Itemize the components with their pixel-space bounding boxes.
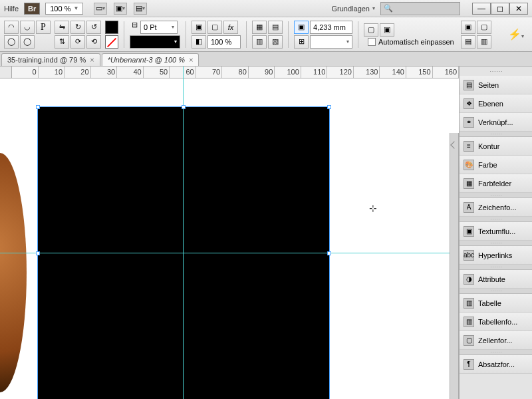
rotate-cw2-icon[interactable]: ⟳: [70, 35, 85, 49]
chevron-left-icon: [450, 141, 458, 148]
panel-item-ebenen[interactable]: ❖Ebenen: [460, 94, 532, 113]
background-object: [0, 153, 27, 392]
arc-tool2-icon[interactable]: ◡: [20, 21, 35, 34]
document-tab[interactable]: 35-training.indd @ 79 %×: [1, 53, 100, 66]
panel-group-divider: ⋯⋯: [460, 289, 532, 294]
select-content-icon[interactable]: ▢: [477, 21, 491, 34]
vertical-guide[interactable]: [183, 66, 184, 399]
fill-frame-icon[interactable]: ▢: [364, 23, 378, 37]
control-toolbar: ◠ ◡ P ◯ ◯ ⇋ ↻ ↺ ⇅ ⟳ ⟲ ⊟ 0 Pt▾ ▾: [0, 17, 532, 52]
tab-label: 35-training.indd @ 79 %: [7, 56, 86, 64]
frame-size-field[interactable]: 4,233 mm: [310, 21, 352, 34]
panel-item-zellenfor[interactable]: ▢Zellenfor...: [460, 331, 532, 350]
frame-offset-field[interactable]: ▾: [310, 35, 352, 49]
flip-v-icon[interactable]: ⇅: [55, 35, 69, 49]
wrap-none-icon[interactable]: ▦: [252, 21, 267, 34]
panel-label: Absatzfor...: [478, 360, 515, 368]
maximize-button[interactable]: ◻: [491, 3, 509, 15]
panel-item-attribute[interactable]: ◑Attribute: [460, 270, 532, 289]
screen-mode-icon[interactable]: ▣▾: [114, 3, 127, 15]
horizontal-ruler[interactable]: 0102030405060708090100110120130140150160: [0, 66, 459, 78]
horizontal-guide[interactable]: [0, 253, 459, 253]
close-tab-icon[interactable]: ×: [90, 56, 94, 64]
wrap-shape-icon[interactable]: ▥: [252, 35, 267, 49]
panel-item-farbfelder[interactable]: ▦Farbfelder: [460, 174, 532, 193]
workspace-switcher[interactable]: Grundlagen▾: [332, 5, 376, 13]
help-menu[interactable]: Hilfe: [4, 5, 19, 13]
flip-h-icon[interactable]: ⇋: [55, 21, 69, 34]
view-options-icon[interactable]: ▭▾: [94, 3, 107, 15]
panel-item-zeichenfo[interactable]: AZeichenfo...: [460, 198, 532, 217]
bridge-button[interactable]: Br: [24, 3, 40, 15]
chevron-down-icon: ▼: [73, 5, 78, 11]
panel-icon: ▤: [464, 80, 474, 90]
panel-icon: abc: [464, 250, 474, 261]
rotate-ccw2-icon[interactable]: ⟲: [86, 35, 101, 49]
close-tab-icon[interactable]: ×: [189, 56, 193, 64]
panel-label: Farbe: [478, 161, 497, 169]
select-container: ▣ ▢ ▤ ▥: [461, 21, 491, 49]
search-icon: 🔍: [384, 4, 393, 13]
zoom-dropdown[interactable]: 100 %▼: [45, 3, 83, 15]
rotate-cw-icon[interactable]: ↻: [70, 21, 85, 34]
panel-item-textumflu[interactable]: ▣Textumflu...: [460, 222, 532, 241]
stroke-weight-field[interactable]: 0 Pt▾: [140, 21, 178, 34]
ellipse-tool2-icon[interactable]: ◯: [20, 35, 35, 49]
panel-collapse-handle[interactable]: [450, 133, 459, 399]
panel-group-divider: ⋯⋯: [460, 132, 532, 137]
panel-item-kontur[interactable]: ≡Kontur: [460, 137, 532, 156]
panel-icon: A: [464, 202, 474, 213]
drop-shadow-icon[interactable]: ▢: [207, 21, 222, 34]
quick-apply-icon[interactable]: ⚡▾: [508, 28, 524, 41]
fx-icon[interactable]: fx: [223, 21, 238, 34]
panel-group-divider: ⋯⋯: [460, 350, 532, 355]
fill-swatch[interactable]: [105, 21, 118, 34]
panel-label: Seiten: [478, 81, 499, 89]
panel-label: Zeichenfo...: [478, 203, 516, 211]
fit-content-icon[interactable]: ⊞: [294, 35, 309, 49]
panel-item-absatzfor[interactable]: ¶Absatzfor...: [460, 355, 532, 374]
stroke-swatch[interactable]: [105, 35, 118, 49]
blend-mode-icon[interactable]: ◧: [192, 35, 206, 49]
transform-tools: ⇋ ↻ ↺ ⇅ ⟳ ⟲: [55, 21, 101, 49]
select-prev-icon[interactable]: ▤: [461, 35, 475, 49]
center-content-icon[interactable]: ▣: [380, 23, 394, 37]
opacity-field[interactable]: 100 %: [207, 35, 241, 49]
fit-frame-icon[interactable]: ▣: [294, 21, 309, 34]
panel-item-verknpf[interactable]: ⚭Verknüpf...: [460, 113, 532, 132]
wrap-jump-icon[interactable]: ▧: [268, 35, 283, 49]
document-tabs: 35-training.indd @ 79 %× *Unbenannt-3 @ …: [0, 52, 532, 66]
panel-item-farbe[interactable]: 🎨Farbe: [460, 156, 532, 174]
panel-item-hyperlinks[interactable]: abcHyperlinks: [460, 246, 532, 265]
select-container-icon[interactable]: ▣: [461, 21, 475, 34]
panel-item-tabellenfo[interactable]: ▥Tabellenfo...: [460, 313, 532, 331]
arc-tool-icon[interactable]: ◠: [4, 21, 19, 34]
panel-label: Zellenfor...: [478, 336, 512, 344]
panel-item-tabelle[interactable]: ▥Tabelle: [460, 294, 532, 313]
close-button[interactable]: ✕: [509, 3, 528, 15]
panel-grip[interactable]: ⋯⋯: [460, 66, 532, 76]
panel-item-seiten[interactable]: ▤Seiten: [460, 76, 532, 94]
minimize-button[interactable]: —: [472, 3, 491, 15]
window-controls: — ◻ ✕: [472, 3, 528, 15]
wrap-around-icon[interactable]: ▤: [268, 21, 283, 34]
type-tool-icon[interactable]: P: [36, 21, 51, 34]
ellipse-tool-icon[interactable]: ◯: [4, 35, 19, 49]
fitting-options: ▢ ▣ Automatisch einpassen: [364, 23, 454, 46]
panel-label: Verknüpf...: [478, 118, 513, 126]
panel-icon: ⚭: [464, 117, 474, 128]
stroke-weight-icon: ⊟: [130, 21, 139, 34]
rotate-ccw-icon[interactable]: ↺: [86, 21, 101, 34]
search-input[interactable]: 🔍: [380, 2, 460, 15]
document-tab[interactable]: *Unbenannt-3 @ 100 %×: [102, 53, 200, 66]
select-next-icon[interactable]: ▥: [477, 35, 491, 49]
arrange-documents-icon[interactable]: ▤▾: [134, 3, 147, 15]
panel-icon: 🎨: [464, 160, 474, 170]
panel-dock: ⋯⋯▤Seiten❖Ebenen⚭Verknüpf...⋯⋯≡Kontur🎨Fa…: [459, 66, 532, 399]
stroke-style-field[interactable]: ▾: [130, 35, 180, 49]
document-canvas[interactable]: 0102030405060708090100110120130140150160…: [0, 66, 459, 399]
autofit-checkbox[interactable]: Automatisch einpassen: [368, 38, 454, 46]
ruler-origin[interactable]: [0, 66, 12, 78]
opacity-icon[interactable]: ▣: [192, 21, 206, 34]
panel-label: Hyperlinks: [478, 251, 512, 259]
